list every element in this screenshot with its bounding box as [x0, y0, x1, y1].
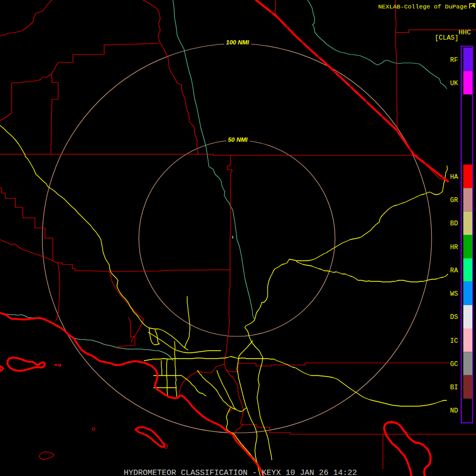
- svg-text:HYDROMETEOR CLASSIFICATION - K: HYDROMETEOR CLASSIFICATION - KEYX 10 JAN…: [124, 469, 357, 476]
- svg-text:HHC: HHC: [459, 29, 471, 36]
- svg-text:NEXLAB-College of DuPage: NEXLAB-College of DuPage: [378, 3, 467, 11]
- svg-text:RA: RA: [450, 267, 459, 274]
- svg-text:IC: IC: [450, 337, 458, 345]
- svg-text:100 NMI: 100 NMI: [226, 39, 249, 45]
- svg-text:HA: HA: [450, 173, 459, 181]
- svg-text:ND: ND: [450, 407, 458, 415]
- svg-text:UK: UK: [450, 80, 459, 87]
- svg-text:HR: HR: [450, 244, 459, 251]
- svg-text:BD: BD: [450, 220, 458, 227]
- svg-text:50 NMI: 50 NMI: [228, 136, 248, 143]
- svg-text:GC: GC: [450, 361, 458, 368]
- svg-text:DS: DS: [450, 314, 458, 321]
- svg-text:GR: GR: [450, 197, 459, 204]
- svg-text:[CLAS]: [CLAS]: [435, 34, 459, 42]
- svg-text:WS: WS: [450, 290, 458, 298]
- svg-text:BI: BI: [450, 384, 458, 391]
- svg-text:RF: RF: [450, 57, 458, 64]
